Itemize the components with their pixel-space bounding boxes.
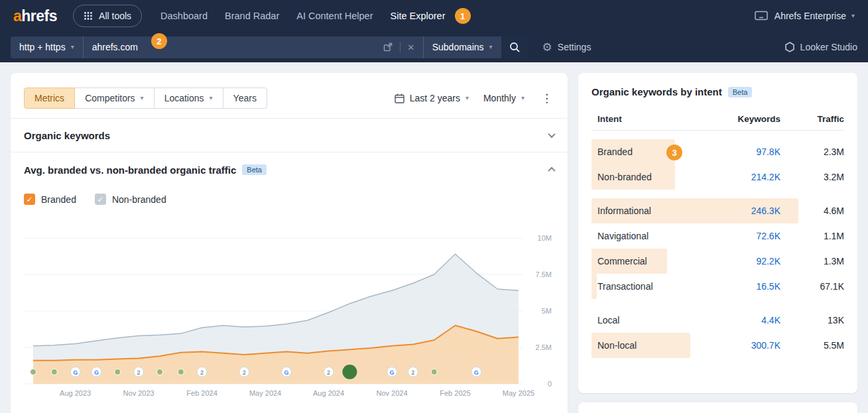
column-intent: Intent <box>591 114 717 124</box>
x-tick-label: Aug 2024 <box>313 389 344 397</box>
chevron-down-icon: ▾ <box>141 95 144 101</box>
checkbox-non-branded[interactable]: ✓ <box>95 194 106 205</box>
x-tick-label: Nov 2024 <box>376 389 407 397</box>
chart-marker-big[interactable] <box>342 365 357 379</box>
legend-non-branded[interactable]: ✓Non-branded <box>95 194 166 205</box>
callout-step-2: 2 <box>151 33 167 49</box>
x-tick-label: May 2024 <box>249 389 281 397</box>
tab-label: Competitors <box>85 93 135 103</box>
chart-marker-n2[interactable]: 2 <box>134 367 144 377</box>
y-tick-label: 2.5M <box>536 343 552 351</box>
svg-text:2: 2 <box>137 369 141 376</box>
nav-item-brand-radar[interactable]: Brand Radar <box>225 11 279 21</box>
legend-branded[interactable]: ✓Branded <box>24 194 76 205</box>
keywords-link[interactable]: 4.4K <box>717 315 780 325</box>
chart-marker-dot[interactable] <box>178 369 184 375</box>
tab-locations[interactable]: Locations▾ <box>154 88 223 109</box>
keywords-link[interactable]: 246.3K <box>717 206 780 216</box>
metric-tabs: MetricsCompetitors▾Locations▾Years <box>24 88 267 109</box>
target-input-group: http + https ▾ ahrefs.com 2 × Subdomains… <box>11 36 528 58</box>
nav-item-ai-content-helper[interactable]: AI Content Helper <box>296 11 373 21</box>
chart-marker-dot[interactable] <box>51 369 57 375</box>
chart-legend: ✓Branded✓Non-branded <box>24 194 554 205</box>
y-tick-label: 5M <box>542 307 552 315</box>
branded-traffic-chart: 02.5M5M7.5M10MAug 2023Nov 2023Feb 2024Ma… <box>24 228 554 403</box>
svg-text:2: 2 <box>327 369 330 376</box>
chevron-down-icon: ▾ <box>465 95 469 101</box>
x-tick-label: Aug 2023 <box>60 389 91 397</box>
intent-row-branded: Branded97.8K2.3M <box>591 139 844 164</box>
intent-row-non-local: Non-local300.7K5.5M <box>591 333 844 358</box>
more-options-icon[interactable]: ⋮ <box>539 91 554 105</box>
nav-item-site-explorer[interactable]: Site Explorer <box>391 11 446 21</box>
intent-row-navigational: Navigational72.6K1.1M <box>591 223 844 249</box>
chart-marker-dot[interactable] <box>115 369 121 375</box>
keywords-link[interactable]: 214.2K <box>717 172 780 182</box>
intent-row-informational: Informational246.3K4.6M <box>591 198 844 223</box>
x-tick-label: May 2025 <box>503 389 534 397</box>
intent-label: Navigational <box>591 231 717 241</box>
traffic-value: 1.3M <box>780 256 844 266</box>
account-menu[interactable]: Ahrefs Enterprise ▾ <box>775 11 855 21</box>
checkbox-branded[interactable]: ✓ <box>24 194 35 205</box>
nav-item-dashboard[interactable]: Dashboard <box>160 11 208 21</box>
date-range-dropdown[interactable]: Last 2 years ▾ <box>395 93 469 103</box>
chart-marker-dot[interactable] <box>431 369 437 375</box>
chart-marker-G[interactable]: G <box>281 367 291 377</box>
intent-row-transactional: Transactional16.5K67.1K <box>591 274 844 299</box>
divider <box>400 42 401 52</box>
chart-marker-n2[interactable]: 2 <box>239 367 249 377</box>
svg-text:2: 2 <box>243 369 246 376</box>
protocol-dropdown[interactable]: http + https ▾ <box>11 36 83 58</box>
looker-studio-button[interactable]: Looker Studio <box>784 42 857 52</box>
all-tools-button[interactable]: All tools <box>73 5 142 27</box>
traffic-value: 4.6M <box>780 206 844 216</box>
keywords-link[interactable]: 16.5K <box>717 281 780 292</box>
open-in-new-icon[interactable] <box>383 42 393 52</box>
intent-label: Informational <box>591 206 717 216</box>
tab-metrics[interactable]: Metrics <box>24 88 75 109</box>
keywords-link[interactable]: 97.8K <box>717 147 780 157</box>
branded-traffic-section-header[interactable]: Avg. branded vs. non-branded organic tra… <box>24 152 554 187</box>
granularity-dropdown[interactable]: Monthly ▾ <box>483 93 525 103</box>
chart-marker-dot[interactable] <box>156 369 162 375</box>
protocol-value: http + https <box>19 42 66 52</box>
chevron-up-icon[interactable] <box>548 167 555 174</box>
chart-marker-dot[interactable] <box>31 369 36 375</box>
chart-marker-G[interactable]: G <box>92 367 101 377</box>
metrics-panel: MetricsCompetitors▾Locations▾Years Last … <box>11 73 568 413</box>
scope-value: Subdomains <box>432 42 484 52</box>
panel-header: Organic keywords by intent Beta <box>591 86 844 97</box>
ahrefs-logo[interactable]: ahrefs <box>13 9 57 24</box>
site-explorer-search-bar: http + https ▾ ahrefs.com 2 × Subdomains… <box>0 32 868 62</box>
clear-input-icon[interactable]: × <box>408 42 414 53</box>
column-traffic: Traffic <box>780 114 844 124</box>
chart-marker-n2[interactable]: 2 <box>197 367 207 377</box>
domain-input[interactable]: ahrefs.com 2 × <box>83 36 423 58</box>
keywords-link[interactable]: 92.2K <box>717 256 780 266</box>
settings-button[interactable]: ⚙ Settings <box>542 42 591 53</box>
chevron-down-icon[interactable] <box>548 131 555 138</box>
svg-text:G: G <box>94 369 99 376</box>
chart-marker-G[interactable]: G <box>387 367 397 377</box>
tab-label: Locations <box>164 93 204 103</box>
chart-marker-G[interactable]: G <box>471 367 481 377</box>
tab-years[interactable]: Years <box>223 88 267 109</box>
scope-dropdown[interactable]: Subdomains ▾ <box>423 36 501 58</box>
intent-row-non-branded: Non-branded214.2K3.2M <box>591 164 844 190</box>
tab-competitors[interactable]: Competitors▾ <box>74 88 155 109</box>
workspace-icon[interactable] <box>755 11 768 21</box>
chart-marker-n2[interactable]: 2 <box>408 367 418 377</box>
organic-keywords-by-intent-panel: Organic keywords by intent Beta IntentKe… <box>578 73 857 393</box>
chart-marker-G[interactable]: G <box>70 367 80 377</box>
search-button[interactable] <box>501 36 528 58</box>
chart-marker-n2[interactable]: 2 <box>324 367 334 377</box>
y-tick-label: 10M <box>538 234 552 242</box>
svg-text:G: G <box>390 369 395 376</box>
logo-rest: hrefs <box>21 7 57 25</box>
section-title: Avg. branded vs. non-branded organic tra… <box>24 164 236 176</box>
organic-keywords-section-header[interactable]: Organic keywords <box>24 119 554 152</box>
keywords-link[interactable]: 300.7K <box>717 340 780 351</box>
keywords-link[interactable]: 72.6K <box>717 231 780 241</box>
column-keywords: Keywords <box>717 114 780 124</box>
